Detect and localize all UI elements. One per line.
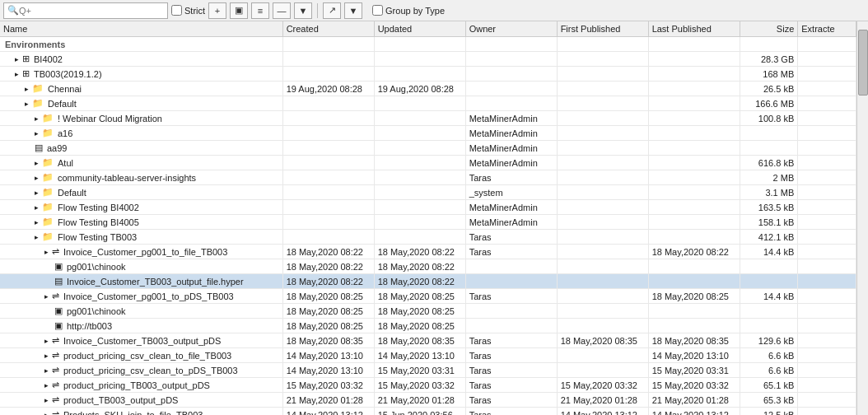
col-header-firstpub[interactable]: First Published bbox=[557, 21, 648, 37]
name-cell[interactable]: ▸⇌Products_SKU_join_to_file_TB003 bbox=[0, 408, 282, 416]
search-box[interactable]: 🔍 bbox=[3, 2, 168, 19]
add-button[interactable]: + bbox=[208, 2, 226, 19]
name-cell[interactable]: ▸📁! Webinar Cloud Migration bbox=[0, 111, 282, 126]
expand-icon[interactable]: ▸ bbox=[35, 114, 39, 123]
name-cell[interactable]: ▤Invoice_Customer_TB003_output_file.hype… bbox=[0, 274, 282, 289]
name-cell[interactable]: ▸📁Flow Testing TB003 bbox=[0, 230, 282, 245]
name-cell[interactable]: ▸📁a16 bbox=[0, 126, 282, 141]
table-row[interactable]: ▸⇌product_TB003_output_pDS21 May,2020 01… bbox=[0, 393, 856, 408]
expand-icon[interactable]: ▸ bbox=[44, 381, 49, 389]
col-header-lastpub[interactable]: Last Published bbox=[648, 21, 740, 37]
table-row[interactable]: ▸⇌Invoice_Customer_TB003_output_pDS18 Ma… bbox=[0, 333, 856, 348]
name-cell[interactable]: ▸⇌Invoice_Customer_pg001_to_pDS_TB003 bbox=[0, 289, 282, 304]
name-cell[interactable]: Environments bbox=[0, 37, 282, 52]
table-row[interactable]: ▸📁! Webinar Cloud MigrationMetaMinerAdmi… bbox=[0, 111, 856, 126]
name-cell[interactable]: ▸📁Chennai bbox=[0, 82, 282, 96]
table-row[interactable]: ▸⇌Invoice_Customer_pg001_to_file_TB00318… bbox=[0, 245, 856, 259]
table-row[interactable]: ▸⊞TB003(2019.1.2)168 MB bbox=[0, 67, 856, 82]
filter-button[interactable]: ≡ bbox=[251, 2, 269, 19]
name-cell[interactable]: ▣http://tb003 bbox=[0, 319, 282, 333]
col-header-size[interactable]: Size bbox=[740, 21, 798, 37]
name-cell[interactable]: ▣pg001\chinook bbox=[0, 259, 282, 274]
table-container[interactable]: Name Created Updated Owner First Publish… bbox=[0, 21, 856, 415]
name-cell[interactable]: ▸📁Flow Testing BI4002 bbox=[0, 200, 282, 215]
expand-icon[interactable]: ▸ bbox=[25, 85, 29, 93]
name-cell[interactable]: ▸⇌Invoice_Customer_pg001_to_file_TB003 bbox=[0, 245, 282, 259]
expand-icon[interactable]: ▸ bbox=[44, 366, 49, 375]
expand-icon[interactable]: ▸ bbox=[35, 174, 39, 182]
expand-icon[interactable]: ▸ bbox=[44, 248, 49, 256]
table-row[interactable]: ▸⇌Invoice_Customer_pg001_to_pDS_TB00318 … bbox=[0, 289, 856, 304]
col-header-created[interactable]: Created bbox=[282, 21, 374, 37]
table-row[interactable]: ▸📁community-tableau-server-insightsTaras… bbox=[0, 170, 856, 185]
cell-owner: Taras bbox=[465, 393, 557, 408]
table-row[interactable]: ▣pg001\chinook18 May,2020 08:2518 May,20… bbox=[0, 304, 856, 319]
expand-icon[interactable]: ▸ bbox=[44, 396, 49, 404]
table-row[interactable]: ▸📁Default_system3.1 MB bbox=[0, 185, 856, 200]
export-dropdown[interactable]: ▼ bbox=[344, 2, 362, 19]
table-row[interactable]: ▤aa99MetaMinerAdmin bbox=[0, 141, 856, 156]
minus-button[interactable]: — bbox=[273, 2, 291, 19]
expand-icon[interactable]: ▸ bbox=[44, 411, 49, 416]
expand-icon[interactable]: ▸ bbox=[35, 203, 39, 212]
expand-icon[interactable]: ▸ bbox=[35, 233, 39, 241]
vertical-scrollbar[interactable] bbox=[856, 21, 868, 415]
name-cell[interactable]: ▸⇌product_TB003_output_pDS bbox=[0, 393, 282, 408]
table-row[interactable]: Environments bbox=[0, 37, 856, 52]
group-check[interactable]: Group by Type bbox=[372, 5, 445, 16]
cell-updated bbox=[374, 52, 465, 67]
name-cell[interactable]: ▸📁Flow Testing BI4005 bbox=[0, 215, 282, 230]
table-row[interactable]: ▸📁a16MetaMinerAdmin bbox=[0, 126, 856, 141]
name-cell[interactable]: ▸⇌product_pricing_TB003_output_pDS bbox=[0, 378, 282, 393]
name-cell[interactable]: ▸📁Atul bbox=[0, 156, 282, 170]
name-cell[interactable]: ▣pg001\chinook bbox=[0, 304, 282, 319]
name-cell[interactable]: ▸⊞TB003(2019.1.2) bbox=[0, 67, 282, 82]
cell-extract bbox=[798, 363, 856, 378]
table-row[interactable]: ▸📁Default166.6 MB bbox=[0, 96, 856, 111]
table-row[interactable]: ▸📁Flow Testing BI4002MetaMinerAdmin163.5… bbox=[0, 200, 856, 215]
table-row[interactable]: ▸⊞BI400228.3 GB bbox=[0, 52, 856, 67]
name-cell[interactable]: ▸📁Default bbox=[0, 185, 282, 200]
col-header-owner[interactable]: Owner bbox=[465, 21, 557, 37]
table-row[interactable]: ▸📁Flow Testing TB003Taras412.1 kB bbox=[0, 230, 856, 245]
table-row[interactable]: ▸⇌product_pricing_TB003_output_pDS15 May… bbox=[0, 378, 856, 393]
table-row[interactable]: ▣pg001\chinook18 May,2020 08:2218 May,20… bbox=[0, 259, 856, 274]
strict-check[interactable]: Strict bbox=[171, 5, 205, 16]
expand-icon[interactable]: ▸ bbox=[15, 55, 19, 63]
scrollbar-thumb[interactable] bbox=[858, 30, 868, 96]
strict-checkbox[interactable] bbox=[171, 5, 182, 16]
expand-icon[interactable]: ▸ bbox=[15, 70, 19, 78]
expand-icon[interactable]: ▸ bbox=[35, 159, 39, 167]
expand-icon[interactable]: ▸ bbox=[44, 337, 49, 345]
expand-icon[interactable]: ▸ bbox=[35, 129, 39, 138]
table-row[interactable]: ▸📁AtulMetaMinerAdmin616.8 kB bbox=[0, 156, 856, 170]
name-cell[interactable]: ▸⇌product_pricing_csv_clean_to_file_TB00… bbox=[0, 348, 282, 363]
name-cell[interactable]: ▸⊞BI4002 bbox=[0, 52, 282, 67]
table-row[interactable]: ▸📁Chennai19 Aug,2020 08:2819 Aug,2020 08… bbox=[0, 82, 856, 96]
group-checkbox[interactable] bbox=[372, 5, 383, 16]
table-row[interactable]: ▸📁Flow Testing BI4005MetaMinerAdmin158.1… bbox=[0, 215, 856, 230]
name-cell[interactable]: ▸📁community-tableau-server-insights bbox=[0, 170, 282, 185]
expand-icon[interactable]: ▸ bbox=[35, 189, 39, 197]
col-header-extract[interactable]: Extracte bbox=[798, 21, 856, 37]
col-header-name[interactable]: Name bbox=[0, 21, 282, 37]
export-button[interactable]: ↗ bbox=[323, 2, 341, 19]
search-input[interactable] bbox=[19, 6, 164, 16]
table-row[interactable]: ▸⇌Products_SKU_join_to_file_TB00314 May,… bbox=[0, 408, 856, 416]
table-row[interactable]: ▸⇌product_pricing_csv_clean_to_pDS_TB003… bbox=[0, 363, 856, 378]
name-cell[interactable]: ▸⇌product_pricing_csv_clean_to_pDS_TB003 bbox=[0, 363, 282, 378]
expand-icon[interactable]: ▸ bbox=[35, 218, 39, 226]
table-row[interactable]: ▤Invoice_Customer_TB003_output_file.hype… bbox=[0, 274, 856, 289]
name-cell[interactable]: ▸📁Default bbox=[0, 96, 282, 111]
item-icon: ▤ bbox=[35, 142, 43, 153]
name-cell[interactable]: ▸⇌Invoice_Customer_TB003_output_pDS bbox=[0, 333, 282, 348]
table-row[interactable]: ▣http://tb00318 May,2020 08:2518 May,202… bbox=[0, 319, 856, 333]
col-header-updated[interactable]: Updated bbox=[374, 21, 465, 37]
name-cell[interactable]: ▤aa99 bbox=[0, 141, 282, 156]
expand-icon[interactable]: ▸ bbox=[25, 100, 29, 108]
copy-button[interactable]: ▣ bbox=[230, 2, 248, 19]
table-row[interactable]: ▸⇌product_pricing_csv_clean_to_file_TB00… bbox=[0, 348, 856, 363]
dropdown-button[interactable]: ▼ bbox=[294, 2, 312, 19]
expand-icon[interactable]: ▸ bbox=[44, 352, 49, 360]
expand-icon[interactable]: ▸ bbox=[44, 292, 49, 301]
